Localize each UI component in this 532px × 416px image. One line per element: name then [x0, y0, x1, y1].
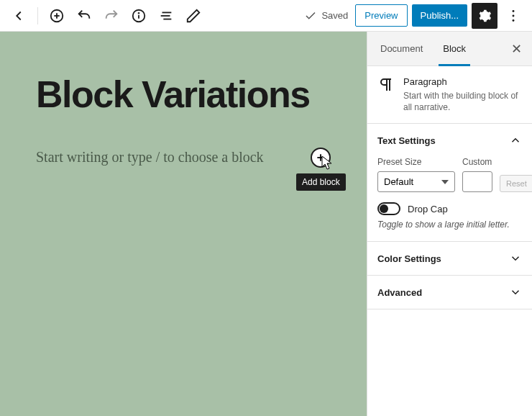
- add-block-tooltip: Add block: [296, 173, 346, 191]
- edit-button[interactable]: [180, 3, 206, 29]
- panel-color-settings-toggle[interactable]: Color Settings: [367, 242, 532, 275]
- svg-point-10: [513, 14, 515, 17]
- close-sidebar-button[interactable]: ✕: [503, 36, 529, 62]
- chevron-down-icon: [509, 252, 522, 265]
- preset-size-label: Preset Size: [377, 157, 455, 167]
- panel-title: Text Settings: [377, 135, 436, 146]
- save-status: Saved: [304, 9, 348, 22]
- paragraph-placeholder[interactable]: Start writing or type / to choose a bloc…: [36, 149, 264, 166]
- block-description: Start with the building block of all nar…: [403, 90, 522, 113]
- save-status-label: Saved: [321, 10, 348, 21]
- preset-size-select[interactable]: Default: [377, 171, 455, 192]
- tab-document[interactable]: Document: [370, 32, 433, 65]
- gear-icon: [477, 9, 492, 23]
- chevron-up-icon: [509, 134, 522, 147]
- reset-size-button[interactable]: Reset: [500, 175, 532, 192]
- chevron-down-icon: [509, 286, 522, 299]
- block-name: Paragraph: [403, 76, 522, 87]
- panel-title: Advanced: [377, 287, 422, 298]
- panel-advanced-toggle[interactable]: Advanced: [367, 276, 532, 309]
- drop-cap-label: Drop Cap: [408, 204, 448, 214]
- add-block-toolbar-button[interactable]: [44, 3, 70, 29]
- custom-size-label: Custom: [462, 157, 492, 167]
- redo-button[interactable]: [98, 3, 124, 29]
- cursor-icon: [321, 155, 334, 171]
- drop-cap-toggle[interactable]: [377, 202, 400, 215]
- settings-sidebar: Document Block ✕ Paragraph Start with th…: [367, 32, 532, 416]
- drop-cap-description: Toggle to show a large initial letter.: [377, 220, 522, 230]
- tab-block[interactable]: Block: [433, 32, 476, 65]
- separator: [37, 7, 38, 24]
- paragraph-icon: [377, 76, 395, 94]
- custom-size-input[interactable]: [462, 171, 492, 192]
- more-menu-button[interactable]: [500, 3, 526, 29]
- editor-canvas[interactable]: Block Variations Start writing or type /…: [0, 32, 367, 416]
- preview-button[interactable]: Preview: [355, 4, 407, 27]
- check-icon: [304, 9, 317, 22]
- svg-point-9: [513, 10, 515, 12]
- back-button[interactable]: [6, 3, 32, 29]
- outline-button[interactable]: [153, 3, 179, 29]
- post-title[interactable]: Block Variations: [36, 75, 331, 114]
- svg-point-5: [139, 12, 139, 13]
- svg-point-11: [513, 19, 515, 21]
- undo-button[interactable]: [71, 3, 97, 29]
- panel-text-settings-toggle[interactable]: Text Settings: [367, 124, 532, 157]
- settings-button[interactable]: [472, 3, 497, 29]
- info-button[interactable]: [126, 3, 152, 29]
- publish-button[interactable]: Publish...: [412, 4, 467, 27]
- panel-title: Color Settings: [377, 253, 441, 264]
